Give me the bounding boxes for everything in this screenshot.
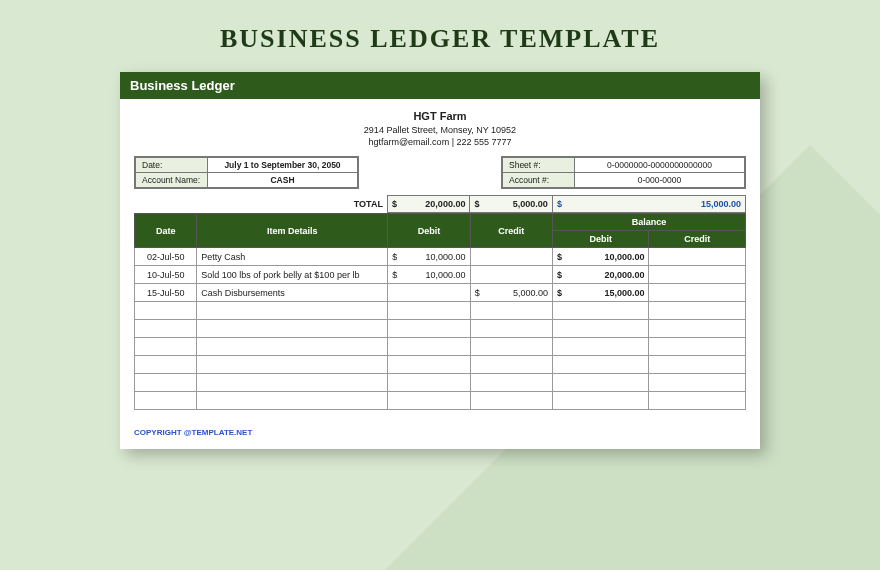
table-cell: [135, 338, 197, 356]
col-balance-debit: Debit: [553, 231, 649, 248]
table-cell: [135, 392, 197, 410]
date-value: July 1 to September 30, 2050: [208, 158, 358, 173]
ledger-table-wrap: Date Item Details Debit Credit Balance D…: [120, 213, 760, 410]
table-cell: [388, 374, 470, 392]
col-balance: Balance: [553, 214, 746, 231]
account-name-value: CASH: [208, 173, 358, 188]
table-cell: [649, 338, 746, 356]
table-cell: [553, 320, 649, 338]
table-row: [135, 356, 746, 374]
table-cell: $15,000.00: [553, 284, 649, 302]
total-label: TOTAL: [134, 196, 387, 213]
account-name-label: Account Name:: [136, 173, 208, 188]
account-number-label: Account #:: [503, 173, 575, 188]
company-address: 2914 Pallet Street, Monsey, NY 10952: [120, 124, 760, 136]
table-cell: [649, 284, 746, 302]
total-credit: $5,000.00: [470, 196, 552, 213]
table-cell: [197, 302, 388, 320]
table-cell: [553, 392, 649, 410]
table-cell: [197, 320, 388, 338]
meta-left-box: Date: July 1 to September 30, 2050 Accou…: [134, 156, 359, 189]
col-credit: Credit: [470, 214, 552, 248]
table-cell: [388, 320, 470, 338]
table-cell: [197, 338, 388, 356]
table-row: [135, 374, 746, 392]
table-cell: [649, 392, 746, 410]
table-cell: [553, 356, 649, 374]
table-cell: [470, 338, 552, 356]
table-cell: [388, 302, 470, 320]
table-cell: [388, 338, 470, 356]
table-cell: [470, 374, 552, 392]
table-cell: [553, 374, 649, 392]
table-cell: [649, 356, 746, 374]
table-cell: [470, 356, 552, 374]
ledger-sheet: Business Ledger HGT Farm 2914 Pallet Str…: [120, 72, 760, 449]
page-title: BUSINESS LEDGER TEMPLATE: [0, 0, 880, 72]
copyright-text: COPYRIGHT @TEMPLATE.NET: [120, 410, 760, 437]
table-cell: [197, 392, 388, 410]
table-cell: [649, 374, 746, 392]
table-cell: [135, 356, 197, 374]
table-cell: $10,000.00: [553, 248, 649, 266]
sheet-number-label: Sheet #:: [503, 158, 575, 173]
table-cell: [388, 356, 470, 374]
sheet-header: Business Ledger: [120, 72, 760, 99]
table-row: [135, 392, 746, 410]
table-cell: [553, 302, 649, 320]
table-row: [135, 320, 746, 338]
table-cell: $20,000.00: [553, 266, 649, 284]
table-cell: [135, 320, 197, 338]
table-cell: [135, 374, 197, 392]
table-cell: [388, 284, 470, 302]
total-debit: $20,000.00: [387, 196, 469, 213]
account-number-value: 0-000-0000: [575, 173, 745, 188]
table-cell: [470, 266, 552, 284]
table-cell: [197, 374, 388, 392]
sheet-number-value: 0-0000000-0000000000000: [575, 158, 745, 173]
table-row: [135, 302, 746, 320]
table-cell: 02-Jul-50: [135, 248, 197, 266]
table-cell: [197, 356, 388, 374]
table-row: 15-Jul-50Cash Disbursements$5,000.00$15,…: [135, 284, 746, 302]
table-cell: $5,000.00: [470, 284, 552, 302]
table-row: [135, 338, 746, 356]
table-cell: 15-Jul-50: [135, 284, 197, 302]
table-row: 10-Jul-50Sold 100 lbs of pork belly at $…: [135, 266, 746, 284]
table-cell: [470, 392, 552, 410]
table-row: 02-Jul-50Petty Cash$10,000.00$10,000.00: [135, 248, 746, 266]
table-cell: Sold 100 lbs of pork belly at $100 per l…: [197, 266, 388, 284]
table-cell: $10,000.00: [388, 266, 470, 284]
col-item: Item Details: [197, 214, 388, 248]
table-cell: [649, 266, 746, 284]
date-label: Date:: [136, 158, 208, 173]
table-cell: [135, 302, 197, 320]
company-contact: hgtfarm@email.com | 222 555 7777: [120, 136, 760, 148]
table-cell: [470, 302, 552, 320]
col-debit: Debit: [388, 214, 470, 248]
table-cell: [553, 338, 649, 356]
table-cell: [388, 392, 470, 410]
meta-right-box: Sheet #: 0-0000000-0000000000000 Account…: [501, 156, 746, 189]
table-cell: Petty Cash: [197, 248, 388, 266]
table-cell: [649, 302, 746, 320]
totals-row: TOTAL $20,000.00 $5,000.00 $15,000.00: [120, 195, 760, 213]
ledger-table: Date Item Details Debit Credit Balance D…: [134, 213, 746, 410]
col-balance-credit: Credit: [649, 231, 746, 248]
table-cell: 10-Jul-50: [135, 266, 197, 284]
total-balance: $15,000.00: [552, 196, 745, 213]
table-cell: [649, 248, 746, 266]
table-cell: [470, 248, 552, 266]
company-block: HGT Farm 2914 Pallet Street, Monsey, NY …: [120, 99, 760, 156]
col-date: Date: [135, 214, 197, 248]
table-cell: [470, 320, 552, 338]
table-cell: [649, 320, 746, 338]
table-cell: Cash Disbursements: [197, 284, 388, 302]
table-cell: $10,000.00: [388, 248, 470, 266]
company-name: HGT Farm: [120, 109, 760, 124]
